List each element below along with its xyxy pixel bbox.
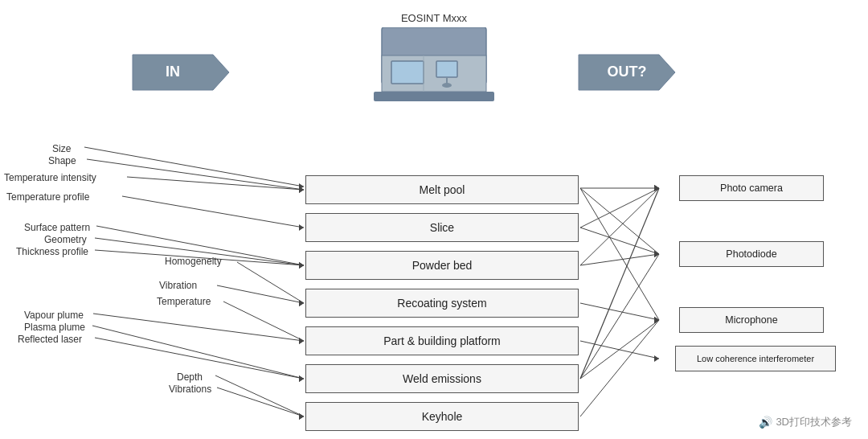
depth-label: Depth <box>177 371 203 383</box>
svg-line-58 <box>580 320 659 416</box>
svg-line-40 <box>580 188 659 228</box>
low-coherence-interferometer-box: Low coherence interferometer <box>675 346 836 371</box>
temperature-label: Temperature <box>157 296 211 307</box>
vibrations-label: Vibrations <box>169 384 211 395</box>
svg-marker-53 <box>654 185 659 191</box>
svg-marker-41 <box>654 185 659 191</box>
photodiode-box: Photodiode <box>679 241 824 267</box>
svg-marker-0 <box>133 55 229 90</box>
svg-rect-62 <box>391 61 424 84</box>
svg-marker-37 <box>654 251 659 257</box>
svg-marker-55 <box>654 251 659 257</box>
svg-line-8 <box>127 177 304 190</box>
surface-pattern-label: Surface pattern <box>24 222 90 233</box>
slice-box: Slice <box>305 213 579 242</box>
svg-marker-59 <box>654 317 659 323</box>
svg-rect-67 <box>374 92 494 101</box>
temp-intensity-label: Temperature intensity <box>4 172 96 183</box>
svg-marker-39 <box>654 317 659 323</box>
svg-marker-17 <box>299 262 304 269</box>
thickness-profile-label: Thickness profile <box>16 246 88 257</box>
vapour-plume-label: Vapour plume <box>24 310 84 321</box>
part-building-platform-box: Part & building platform <box>305 326 579 355</box>
svg-marker-21 <box>299 300 304 306</box>
svg-marker-9 <box>299 187 304 193</box>
watermark-icon: 🔊 <box>759 416 772 429</box>
svg-marker-33 <box>299 413 304 420</box>
svg-line-18 <box>237 262 304 303</box>
svg-marker-43 <box>654 251 659 257</box>
watermark: 🔊 3D打印技术参考 <box>759 415 852 429</box>
svg-marker-51 <box>654 355 659 362</box>
svg-marker-11 <box>299 224 304 231</box>
svg-line-42 <box>580 228 659 254</box>
keyhole-box: Keyhole <box>305 402 579 431</box>
svg-line-44 <box>580 188 659 265</box>
machine-svg <box>374 27 494 108</box>
svg-marker-15 <box>299 262 304 269</box>
svg-marker-35 <box>654 185 659 191</box>
svg-line-20 <box>217 285 304 303</box>
svg-text:OUT?: OUT? <box>608 64 647 80</box>
svg-marker-19 <box>299 300 304 306</box>
melt-pool-box: Melt pool <box>305 175 579 204</box>
svg-marker-13 <box>299 262 304 269</box>
svg-rect-63 <box>436 61 457 77</box>
svg-line-6 <box>87 159 304 190</box>
temp-profile-label: Temperature profile <box>6 191 89 203</box>
svg-marker-31 <box>299 413 304 420</box>
svg-line-30 <box>215 375 304 416</box>
svg-marker-23 <box>299 338 304 344</box>
svg-text:IN: IN <box>166 64 180 80</box>
svg-line-4 <box>84 147 304 187</box>
svg-marker-5 <box>299 183 304 190</box>
svg-line-54 <box>580 254 659 379</box>
svg-line-46 <box>580 254 659 265</box>
svg-line-36 <box>580 188 659 254</box>
machine-label: EOSINT Mxxx <box>401 12 467 24</box>
geometry-label: Geometry <box>44 234 87 245</box>
svg-marker-49 <box>654 317 659 323</box>
weld-emissions-box: Weld emissions <box>305 364 579 393</box>
homogeneity-label: Homogeneity <box>165 256 222 267</box>
svg-marker-27 <box>299 375 304 382</box>
photo-camera-box: Photo camera <box>679 175 824 201</box>
size-label: Size <box>52 143 71 154</box>
svg-line-52 <box>580 188 659 379</box>
svg-line-38 <box>580 188 659 320</box>
plasma-plume-label: Plasma plume <box>24 322 85 333</box>
svg-line-24 <box>93 314 304 341</box>
shape-label: Shape <box>48 155 76 166</box>
svg-line-50 <box>580 341 659 359</box>
recoating-system-box: Recoating system <box>305 289 579 318</box>
svg-line-56 <box>580 320 659 379</box>
watermark-text: 3D打印技术参考 <box>776 415 852 429</box>
svg-line-10 <box>122 196 304 228</box>
svg-marker-25 <box>299 338 304 344</box>
svg-marker-57 <box>654 317 659 323</box>
svg-line-32 <box>217 388 304 416</box>
vibration-label: Vibration <box>159 280 197 291</box>
svg-line-48 <box>580 303 659 320</box>
svg-marker-47 <box>654 251 659 257</box>
svg-point-65 <box>442 83 452 88</box>
diagram-container: IN OUT? <box>0 0 868 439</box>
reflected-laser-label: Reflected laser <box>18 334 82 345</box>
machine-illustration: EOSINT Mxxx <box>374 12 494 108</box>
svg-line-22 <box>223 302 304 341</box>
svg-marker-2 <box>579 55 675 90</box>
microphone-box: Microphone <box>679 307 824 333</box>
svg-marker-29 <box>299 375 304 382</box>
svg-marker-45 <box>654 185 659 191</box>
svg-marker-7 <box>299 187 304 193</box>
powder-bed-box: Powder bed <box>305 251 579 280</box>
